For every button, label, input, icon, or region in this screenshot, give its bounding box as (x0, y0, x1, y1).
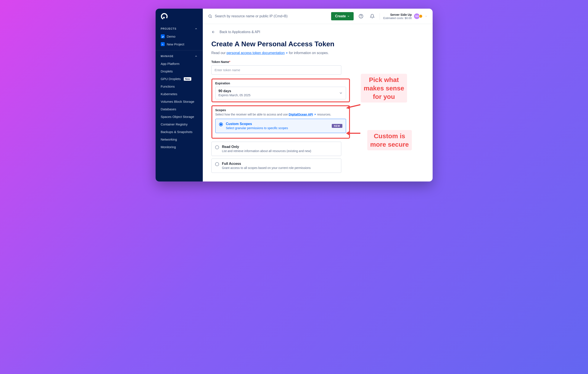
sidebar-item-label: Volumes Block Storage (161, 100, 194, 104)
token-name-input[interactable] (211, 65, 341, 75)
docs-link-label: personal access token documentation (227, 51, 285, 55)
svg-point-5 (209, 15, 211, 17)
back-link-label: Back to Applications & API (220, 30, 260, 34)
sidebar-item-label: Container Registry (161, 123, 188, 126)
scope-title: Read Only (222, 145, 338, 149)
required-marker: * (229, 60, 230, 64)
expiration-value: 90 days (219, 89, 251, 93)
sidebar-item-label: Demo (167, 35, 176, 38)
sidebar-item-new-project[interactable]: + New Project (156, 40, 203, 48)
sidebar-item-functions[interactable]: Functions (156, 83, 203, 90)
arrow-left-icon (211, 30, 215, 34)
expiration-select[interactable]: 90 days Expires March, 05 2025 (215, 87, 346, 99)
help-button[interactable] (357, 12, 365, 20)
sidebar: PROJECTS Demo + New Project MANAGE App P… (156, 9, 203, 181)
sidebar-item-label: App Platform (161, 62, 180, 65)
help-icon (359, 14, 363, 19)
svg-rect-3 (162, 18, 162, 18)
svg-rect-1 (163, 17, 165, 18)
logo[interactable] (156, 13, 203, 25)
sidebar-section-manage[interactable]: MANAGE (156, 52, 203, 60)
create-button-label: Create (335, 14, 346, 18)
sidebar-item-label: Functions (161, 84, 175, 88)
search-container (208, 14, 328, 18)
api-docs-link[interactable]: DigitalOcean API (289, 113, 316, 116)
annotation-expiration: Pick what makes sense for you (361, 74, 407, 103)
user-menu[interactable]: Server Side Up Estimated costs: $0.00 SS (380, 13, 427, 20)
sidebar-item-monitoring[interactable]: Monitoring (156, 143, 203, 151)
chevron-up-icon (195, 55, 198, 58)
estimated-costs: Estimated costs: $0.00 (383, 16, 412, 20)
sidebar-item-backups[interactable]: Backups & Snapshots (156, 128, 203, 136)
svg-point-8 (361, 17, 361, 17)
create-button[interactable]: Create (331, 12, 354, 20)
sidebar-item-label: Backups & Snapshots (161, 130, 193, 134)
user-info: Server Side Up Estimated costs: $0.00 (383, 13, 412, 20)
app-window: PROJECTS Demo + New Project MANAGE App P… (156, 9, 433, 181)
sidebar-item-label: Networking (161, 138, 177, 141)
chevron-down-icon (347, 15, 350, 18)
scopes-sub-post: resources. (317, 113, 331, 116)
scopes-sub-pre: Select how the receiver will be able to … (215, 113, 289, 116)
scopes-label: Scopes (215, 108, 346, 112)
notifications-button[interactable] (368, 12, 376, 20)
svg-rect-2 (162, 18, 163, 19)
topbar: Create Server Side Up Estimated costs: $… (203, 9, 433, 24)
annotation-scopes: Custom is more secure (367, 130, 412, 150)
scope-title: Custom Scopes (226, 122, 288, 126)
sidebar-item-label: Spaces Object Storage (161, 115, 194, 119)
avatar-group: SS (414, 13, 423, 19)
new-badge: NEW (332, 124, 342, 128)
scope-option-readonly[interactable]: Read Only List and retrieve information … (211, 142, 341, 156)
subtitle-pre: Read our (211, 51, 227, 55)
search-icon (208, 14, 212, 18)
chevron-up-icon (195, 27, 198, 30)
back-link[interactable]: Back to Applications & API (211, 30, 424, 34)
expiration-date: Expires March, 05 2025 (219, 94, 251, 97)
token-name-label-text: Token Name (211, 60, 229, 64)
svg-rect-4 (162, 36, 164, 38)
sidebar-item-gpu-droplets[interactable]: GPU Droplets New (156, 75, 203, 83)
sidebar-section-projects[interactable]: PROJECTS (156, 25, 203, 32)
content: Back to Applications & API Create A New … (203, 24, 433, 181)
scope-title: Full Access (222, 162, 338, 166)
page-subtitle: Read our personal access token documenta… (211, 51, 424, 55)
annotation-arrow (346, 130, 361, 137)
sidebar-item-volumes[interactable]: Volumes Block Storage (156, 98, 203, 105)
radio-icon (215, 145, 219, 149)
sidebar-item-droplets[interactable]: Droplets (156, 67, 203, 75)
new-badge: New (184, 77, 191, 81)
sidebar-item-label: New Project (167, 42, 184, 46)
sidebar-item-label: GPU Droplets (161, 77, 181, 81)
sidebar-section-label: MANAGE (161, 55, 174, 58)
sidebar-item-kubernetes[interactable]: Kubernetes (156, 90, 203, 98)
chevron-down-icon (339, 91, 343, 95)
radio-icon (219, 123, 223, 126)
bell-icon (370, 14, 375, 19)
sidebar-item-label: Kubernetes (161, 92, 178, 96)
scope-desc: List and retrieve information about all … (222, 149, 338, 153)
sidebar-item-app-platform[interactable]: App Platform (156, 60, 203, 67)
docs-link[interactable]: personal access token documentation (227, 51, 288, 55)
subtitle-post: for information on scopes. (289, 51, 329, 55)
user-name: Server Side Up (383, 13, 412, 16)
sidebar-item-networking[interactable]: Networking (156, 136, 203, 143)
sidebar-item-databases[interactable]: Databases (156, 105, 203, 113)
sidebar-item-label: Databases (161, 107, 176, 111)
scope-desc: Select granular permissions to specific … (226, 126, 288, 130)
svg-line-6 (211, 17, 212, 18)
scopes-sublabel: Select how the receiver will be able to … (215, 113, 346, 116)
sidebar-item-container-registry[interactable]: Container Registry (156, 121, 203, 128)
api-docs-link-label: DigitalOcean API (289, 113, 313, 116)
external-link-icon (285, 52, 288, 54)
scope-option-fullaccess[interactable]: Full Access Grant access to all scopes b… (211, 158, 341, 173)
scope-desc: Grant access to all scopes based on your… (222, 166, 338, 170)
external-link-icon (314, 113, 316, 116)
search-input[interactable] (215, 14, 328, 18)
expiration-label: Expiration (215, 82, 346, 85)
scope-option-custom[interactable]: Custom Scopes Select granular permission… (215, 119, 346, 133)
svg-point-0 (161, 13, 168, 20)
sidebar-item-demo[interactable]: Demo (156, 32, 203, 40)
token-name-label: Token Name* (211, 60, 341, 64)
sidebar-item-spaces[interactable]: Spaces Object Storage (156, 113, 203, 121)
